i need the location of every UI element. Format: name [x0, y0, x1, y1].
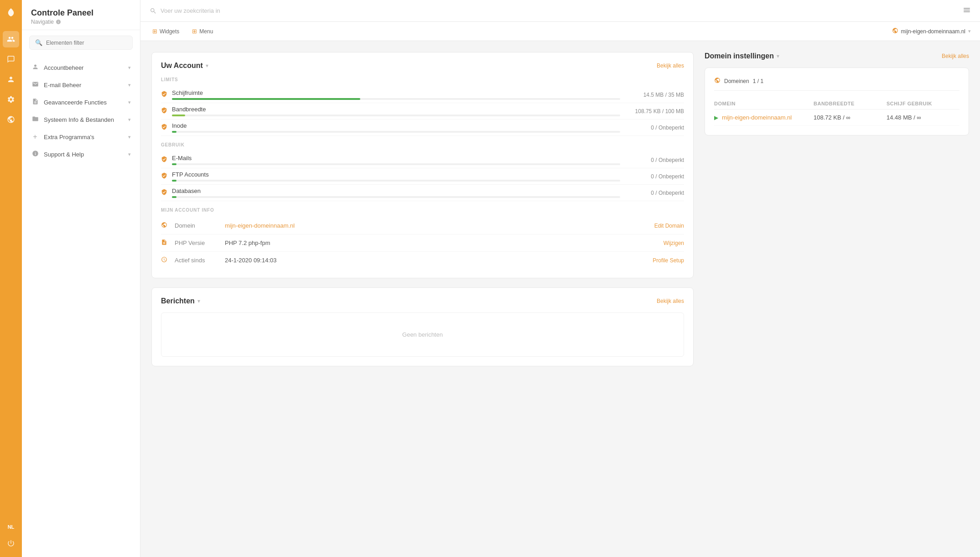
nav-panel: Controle Paneel Navigatie 🔍 Accountbehee… [22, 0, 140, 557]
nav-icon-person[interactable] [3, 71, 19, 88]
folder-icon [31, 115, 39, 124]
logo-icon [4, 5, 18, 20]
uw-account-widget: Uw Account ▾ Bekijk alles LIMITS Schijfr… [151, 52, 694, 278]
domein-info-row: Domein mijn-eigen-domeinnaam.nl Edit Dom… [161, 217, 684, 234]
uw-account-header: Uw Account ▾ Bekijk alles [161, 62, 684, 70]
uw-account-view-all[interactable]: Bekijk alles [657, 62, 684, 69]
php-info-row: PHP Versie PHP 7.2 php-fpm Wijzigen [161, 234, 684, 252]
shield-check-icon3 [161, 124, 167, 131]
table-row: ▶ mijn-eigen-domeinnaam.nl 108.72 KB / ∞… [714, 109, 959, 126]
shield-check-icon5 [161, 172, 167, 180]
chevron-down-icon: ▾ [128, 99, 131, 105]
uw-account-title: Uw Account [161, 62, 203, 70]
sidebar-item-geavanceerde-functies[interactable]: Geavanceerde Functies ▾ [22, 94, 140, 111]
sidebar-item-extra-programmas[interactable]: + Extra Programma's ▾ [22, 128, 140, 146]
berichten-header: Berichten ▾ Bekijk alles [161, 297, 684, 305]
menu-button[interactable]: ⊞ Menu [189, 26, 216, 36]
php-value: PHP 7.2 php-fpm [225, 239, 659, 246]
inode-value: 0 / Onbeperkt [625, 125, 684, 131]
globe-info-icon [161, 222, 170, 229]
nav-search-input[interactable] [46, 40, 127, 46]
sidebar-item-support-help[interactable]: Support & Help ▾ [22, 146, 140, 163]
berichten-chevron-icon[interactable]: ▾ [197, 298, 200, 304]
berichten-view-all[interactable]: Bekijk alles [657, 298, 684, 304]
panel-title: Controle Paneel [31, 8, 131, 18]
nav-icon-globe[interactable] [3, 111, 19, 128]
panel-subtitle: Navigatie [31, 19, 131, 25]
email-item: E-Mails 0 / Onbeperkt [161, 152, 684, 168]
bandbreedte-item: Bandbreedte 108.75 KB / 100 MB [161, 103, 684, 120]
php-icon [161, 239, 170, 247]
berichten-title: Berichten [161, 297, 195, 305]
domain-count-row: Domeinen 1 / 1 [714, 77, 959, 91]
db-value: 0 / Onbeperkt [625, 190, 684, 196]
profile-setup-button[interactable]: Profile Setup [653, 257, 684, 264]
toolbar-left: ⊞ Widgets ⊞ Menu [150, 26, 216, 36]
grid-icon: ⊞ [192, 28, 197, 35]
schijfruimte-bar [172, 98, 360, 100]
nav-icon-messages[interactable] [3, 51, 19, 68]
email-bar [172, 163, 176, 165]
berichten-widget: Berichten ▾ Bekijk alles Geen berichten [151, 287, 694, 366]
sidebar-item-systeem-info[interactable]: Systeem Info & Bestanden ▾ [22, 111, 140, 128]
domain-settings-view-all[interactable]: Bekijk alles [942, 53, 969, 59]
nav-menu: Accountbeheer ▾ E-mail Beheer ▾ Geavance… [22, 55, 140, 557]
email-value: 0 / Onbeperkt [625, 157, 684, 163]
shield-check-icon [161, 91, 167, 99]
panel-header: Controle Paneel Navigatie [22, 0, 140, 30]
domein-value: mijn-eigen-domeinnaam.nl [225, 222, 650, 229]
domain-settings-header: Domein instellingen ▾ Bekijk alles [705, 52, 969, 60]
disk-cell: 14.48 MB / ∞ [887, 114, 959, 121]
sidebar-item-email-beheer[interactable]: E-mail Beheer ▾ [22, 76, 140, 94]
domain-settings-widget: Domein instellingen ▾ Bekijk alles Domei… [705, 52, 969, 546]
bandwidth-cell: 108.72 KB / ∞ [814, 114, 887, 121]
main-content: Voer uw zoekcriteria in ⊞ Widgets ⊞ Menu… [140, 0, 980, 557]
play-icon: ▶ [714, 115, 718, 121]
chevron-down-icon: ▾ [968, 28, 971, 34]
chevron-down-icon: ▾ [128, 65, 131, 71]
domain-table-header: Domein Bandbreedte Schijf Gebruik [714, 98, 959, 109]
ds-globe-icon [714, 77, 721, 85]
widget-chevron-icon[interactable]: ▾ [206, 62, 208, 69]
shield-check-icon6 [161, 189, 167, 197]
limits-label: LIMITS [161, 77, 684, 82]
shield-check-icon4 [161, 156, 167, 164]
actief-value: 24-1-2020 09:14:03 [225, 257, 648, 264]
nav-icon-users[interactable] [3, 31, 19, 47]
widgets-button[interactable]: ⊞ Widgets [150, 26, 182, 36]
sidebar-item-accountbeheer[interactable]: Accountbeheer ▾ [22, 59, 140, 76]
ftp-bar [172, 180, 176, 182]
db-bar [172, 196, 176, 198]
email-icon [31, 81, 39, 89]
doc-icon [31, 98, 39, 106]
schijfruimte-value: 14.5 MB / 35 MB [625, 92, 684, 98]
menu-lines-icon[interactable] [963, 6, 971, 16]
domain-selector[interactable]: mijn-eigen-domeinnaam.nl ▾ [892, 27, 971, 35]
chevron-down-icon: ▾ [128, 117, 131, 123]
actief-info-row: Actief sinds 24-1-2020 09:14:03 Profile … [161, 252, 684, 269]
berichten-empty: Geen berichten [402, 313, 443, 356]
content-area: Uw Account ▾ Bekijk alles LIMITS Schijfr… [140, 41, 980, 557]
chevron-down-icon: ▾ [128, 82, 131, 88]
inode-bar [172, 131, 176, 133]
domain-settings-title: Domein instellingen [705, 52, 774, 60]
domain-link[interactable]: mijn-eigen-domeinnaam.nl [722, 114, 792, 121]
ds-chevron-icon[interactable]: ▾ [777, 53, 779, 59]
topbar-search: Voer uw zoekcriteria in [150, 7, 955, 15]
bandbreedte-value: 108.75 KB / 100 MB [625, 108, 684, 115]
ftp-value: 0 / Onbeperkt [625, 173, 684, 180]
chevron-down-icon: ▾ [128, 134, 131, 140]
wijzigen-button[interactable]: Wijzigen [664, 240, 684, 246]
schijfruimte-item: Schijfruimte 14.5 MB / 35 MB [161, 87, 684, 103]
clock-icon [161, 256, 170, 264]
nav-icon-settings[interactable] [3, 91, 19, 108]
language-label[interactable]: NL [8, 524, 15, 530]
edit-domain-button[interactable]: Edit Domain [654, 223, 684, 229]
icon-sidebar: NL [0, 0, 22, 557]
plus-icon: + [31, 133, 39, 141]
bandbreedte-bar [172, 115, 185, 116]
person-icon [31, 63, 39, 72]
nav-search-icon: 🔍 [35, 39, 42, 46]
power-icon[interactable] [7, 539, 15, 550]
nav-search[interactable]: 🔍 [29, 36, 133, 50]
